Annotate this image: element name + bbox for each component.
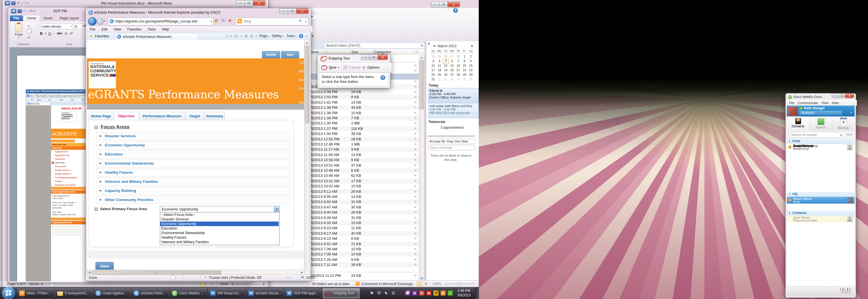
calendar-cell[interactable]: 17 <box>430 68 436 72</box>
mini-fav-link[interactable]: My.E... <box>37 98 43 102</box>
collapse-icon[interactable]: ▼ <box>788 193 791 196</box>
feeds-icon[interactable] <box>234 34 238 38</box>
calendar-cell[interactable]: 28 <box>455 55 461 59</box>
start-button[interactable] <box>2 287 15 299</box>
ribbon-caret-icon[interactable]: ⌃ <box>447 8 450 12</box>
menu-file[interactable]: File <box>90 27 95 31</box>
taskbar-button-egrants-visual-[interactable]: WeGrants Visual... <box>246 288 283 298</box>
email-row[interactable]: Tue 3/5/2013 9:12 AM29 KB⚑ <box>309 189 419 194</box>
taskbar-button-cisco-webex-[interactable]: ♫Cisco WebEx ... <box>170 288 207 298</box>
format-painter-icon[interactable]: 🖌︎ <box>27 35 31 39</box>
flag-icon[interactable]: ⚑ <box>414 210 417 215</box>
email-row[interactable]: Tue 3/5/2013 10:31 AM17 KB⚑ <box>309 178 419 184</box>
add-contact-icon[interactable]: ☺+ <box>846 132 852 137</box>
flag-icon[interactable]: ⚑ <box>414 153 417 157</box>
minimize-button[interactable]: ─ <box>832 93 839 98</box>
help-icon[interactable]: ? <box>94 126 98 129</box>
home-button[interactable]: home <box>262 51 280 58</box>
todo-splitter-handle[interactable] <box>428 135 475 137</box>
calendar-cell[interactable]: 22 <box>462 68 467 72</box>
minimize-button[interactable]: ─ <box>236 0 245 6</box>
privacy-icon[interactable]: ◔ ▾ <box>286 275 290 279</box>
primary-focus-select[interactable]: Economic Opportunity▼ <box>160 206 280 213</box>
focus-area-row-education[interactable]: ▶Education <box>97 151 290 158</box>
save-icon[interactable] <box>11 1 16 5</box>
email-row[interactable]: Tue 3/5/2013 1:34 PM7 KB⚑ <box>309 115 419 121</box>
address-bar[interactable]: e https://egrants.cns.gov/egrantsPM/page… <box>108 18 213 25</box>
email-row[interactable]: Mon 3/4/2013 11:21 PM33 KB⚑ <box>309 273 419 278</box>
ribbon-tab-page-layout[interactable]: Page Layout <box>56 15 82 21</box>
email-row[interactable]: Tue 3/5/2013 7:39 AM10 KB⚑ <box>309 252 419 257</box>
expand-arrow-icon[interactable]: ▶ <box>100 180 102 183</box>
webex-menu-help[interactable]: Help <box>832 101 839 104</box>
favorites-star-icon[interactable]: ★ <box>89 34 93 39</box>
email-row[interactable]: Tue 3/5/2013 8:02 AM21 KB⚑ <box>309 241 419 246</box>
tab-spaces[interactable]: Spaces <box>810 117 832 131</box>
email-row[interactable]: Tue 3/5/2013 8:47 AM30 KB⚑ <box>309 205 419 210</box>
flag-icon[interactable]: ⚑ <box>414 237 417 241</box>
calendar-cell[interactable]: 19 <box>443 68 448 72</box>
search-magnifier-icon[interactable]: 🔍︎ <box>299 19 302 23</box>
search-placeholder[interactable]: Bing <box>244 20 251 23</box>
save-icon[interactable] <box>18 9 22 13</box>
tab-home-page[interactable]: Home Page <box>89 112 114 120</box>
dropdown-option-environmental-stewardship[interactable]: Environmental Stewardship <box>160 231 279 235</box>
flag-icon[interactable]: ⚑ <box>414 232 417 236</box>
view-reading-icon[interactable]: ▤ <box>424 281 429 286</box>
flag-icon[interactable]: ⚑ <box>414 274 417 278</box>
help-icon[interactable]: ? <box>299 34 303 38</box>
flag-icon[interactable]: ⚑ <box>414 247 417 252</box>
group-header-field[interactable]: ▼Field <box>787 139 855 144</box>
calendar-cell[interactable]: 7 <box>455 59 461 63</box>
taskbar-button-s-everyone-s-[interactable]: S:\everyone\S... <box>55 288 92 298</box>
calendar-next-icon[interactable]: ▶ <box>471 44 473 47</box>
dropdown-option--select-focus-area-[interactable]: --Select Focus Area-- <box>160 212 279 217</box>
security-lock-icon[interactable] <box>215 18 219 23</box>
flag-icon[interactable]: ⚑ <box>414 226 417 230</box>
email-row[interactable]: Tue 3/5/2013 7:11 AM38 KB⚑ <box>309 262 419 267</box>
scrollbar-thumb[interactable] <box>420 60 424 109</box>
back-button[interactable]: ← <box>88 17 97 26</box>
flag-icon[interactable]: ⚑ <box>414 252 417 257</box>
ie-zoom-level[interactable]: 100% <box>306 276 315 279</box>
power-plug-icon[interactable]: ⏻ <box>376 291 381 296</box>
forward-button[interactable]: → <box>97 18 104 25</box>
group-header-hq[interactable]: ▼HQ <box>787 192 855 197</box>
calendar-cell[interactable]: 31 <box>430 77 436 81</box>
email-row[interactable]: Tue 3/5/2013 10:02 AM10 KB⚑ <box>309 184 419 189</box>
recent-pages-icon[interactable]: ▾ <box>104 20 105 23</box>
subscript-button[interactable]: x₂ <box>65 31 68 35</box>
dropdown-option-economic-opportunity[interactable]: Economic Opportunity <box>160 222 279 226</box>
mini-fav-link[interactable]: Vets... <box>59 98 64 102</box>
show-desktop-button[interactable] <box>475 287 479 299</box>
menu-view[interactable]: View <box>114 27 121 31</box>
flag-icon[interactable]: ⚑ <box>414 184 417 189</box>
italic-button[interactable]: I <box>45 31 46 36</box>
tab-performance-measure[interactable]: Performance Measure <box>139 112 185 120</box>
close-button[interactable]: ✕ <box>296 8 309 14</box>
flag-icon[interactable]: ⚑ <box>414 90 417 94</box>
email-row[interactable]: Tue 3/5/2013 1:42 PM14 KB⚑ <box>309 100 419 105</box>
email-row[interactable]: Tue 3/5/2013 1:27 PM118 KB⚑ <box>309 126 419 131</box>
minimize-button[interactable]: ─ <box>361 55 370 60</box>
scroll-right-icon[interactable]: ▶ <box>300 270 304 275</box>
email-row[interactable]: Tue 3/5/2013 10:51 AM37 KB⚑ <box>309 163 419 168</box>
contact-row-stuart-shave[interactable]: –Stuart ShaveAway <box>787 197 855 204</box>
focus-area-row-environmental-stewardship[interactable]: ▶Environmental Stewardship <box>97 160 290 167</box>
tab-meetings[interactable]: 5 Meetings <box>832 117 855 131</box>
cut-icon[interactable]: ✂ <box>27 24 30 28</box>
calendar-cell[interactable]: 15 <box>462 64 467 68</box>
flag-column-icon[interactable]: ⚑ <box>415 50 418 55</box>
flag-icon[interactable]: ⚑ <box>414 221 417 225</box>
calendar-today-cell[interactable]: 5 <box>443 59 449 64</box>
calendar-cell[interactable]: 4 <box>437 59 442 63</box>
flag-icon[interactable]: ⚑ <box>414 174 417 178</box>
flag-icon[interactable]: ⚑ <box>414 101 417 105</box>
email-row[interactable]: Tue 3/5/2013 2:08 PM19 KB⚑ <box>309 90 419 95</box>
calendar-cell[interactable]: 30 <box>468 73 474 77</box>
tab-summary[interactable]: Summary <box>204 112 225 120</box>
flag-icon[interactable]: ⚑ <box>414 169 417 173</box>
scroll-left-icon[interactable]: ◀ <box>87 270 92 275</box>
close-button[interactable]: ✕ <box>378 55 388 60</box>
page-vscrollbar[interactable]: ▲ ☰ ▼ <box>304 40 310 278</box>
